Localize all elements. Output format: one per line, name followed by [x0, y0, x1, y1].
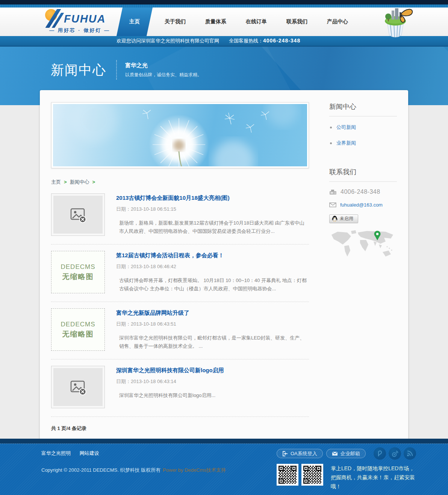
led-bulb-butterfly-graphic [377, 2, 414, 41]
site-footer: 富华之光照明 网站建设 Copyright © 2002-2011 DEDECM… [0, 439, 448, 495]
no-thumb-text: DEDECMS [61, 262, 95, 272]
dandelion-banner-frame [51, 102, 309, 168]
sina-weibo-icon[interactable] [389, 447, 401, 460]
nav-item-quality[interactable]: 质量体系 [195, 8, 236, 36]
nav-item-home[interactable]: 主页 [117, 8, 153, 36]
company-logo[interactable]: FUHUA — 用好芯 · 做好灯 — [41, 8, 118, 35]
news-date: 日期：2013-10-18 06:43:51 [116, 321, 309, 327]
nav-item-products[interactable]: 产品中心 [317, 8, 358, 36]
hero-brand: 富华之光 [125, 62, 202, 69]
pagination-info: 共 1 页/4 条记录 [51, 417, 309, 436]
copyright-text: Copyright © 2002-2011 DEDECMS. 织梦科技 版权所有 [41, 467, 160, 473]
dandelion-banner-image [53, 104, 307, 166]
contact-phone-number: 4006-248-348 [341, 189, 380, 195]
oa-login-label: OA系统登入 [291, 450, 317, 457]
breadcrumb: 主页>新闻中心> [51, 179, 309, 186]
powered-by-link[interactable]: Power by DedeCms技术支持 [163, 467, 226, 473]
news-summary: 深圳富华之光照明科技有限公司新logo启用... [116, 391, 224, 400]
breadcrumb-arrow-icon: > [64, 179, 67, 185]
news-list-item: 2013古镇灯博会全新面貌10月18盛大亮相(图) 日期：2013-10-18 … [51, 187, 309, 244]
news-title-link[interactable]: 深圳富华之光照明科技有限公司新logo启用 [116, 367, 224, 374]
news-thumbnail-broken[interactable] [51, 193, 105, 236]
page-title: 新闻中心 [51, 61, 106, 79]
footer-body: 富华之光照明 网站建设 Copyright © 2002-2011 DEDECM… [0, 444, 448, 495]
news-title-link[interactable]: 富华之光新版品牌网站升级了 [116, 309, 189, 317]
no-thumb-text: 无缩略图 [62, 329, 94, 340]
news-date: 日期：2013-10-18 06:46:42 [116, 263, 309, 270]
sidebar-item-company-news[interactable]: 公司新闻 [329, 119, 397, 135]
copyright: Copyright © 2002-2011 DEDECMS. 织梦科技 版权所有… [41, 467, 226, 474]
sidebar-item-industry-news[interactable]: 业界新闻 [329, 135, 397, 151]
news-thumbnail-placeholder[interactable]: DEDECMS 无缩略图 [51, 251, 105, 293]
qr-code [277, 464, 298, 486]
site-header: FUHUA — 用好芯 · 做好灯 — 主页 关于我们 质量体系 在线订单 联系… [0, 8, 448, 36]
no-thumb-text: DEDECMS [61, 320, 95, 329]
category-link[interactable]: 业界新闻 [336, 140, 356, 146]
hero-divider [116, 60, 117, 80]
news-column: 主页>新闻中心> 2013古镇灯博会全新面貌10月18盛大亮相(图) 日期：20… [51, 102, 309, 436]
news-thumbnail-placeholder[interactable]: DEDECMS 无缩略图 [51, 308, 105, 351]
hotline: 全国客服热线：4006-248-348 [229, 38, 300, 44]
enterprise-mail-label: 企业邮箱 [341, 450, 360, 457]
news-summary: 古镇灯博会即将开幕，灯都夜景璀灿。 10月18日 10：00~10：40 开幕典… [116, 276, 309, 293]
footer-link-company[interactable]: 富华之光照明 [41, 450, 71, 456]
nav-item-label: 主页 [129, 18, 140, 25]
news-list-item: 深圳富华之光照明科技有限公司新logo启用 日期：2013-10-18 06:4… [51, 359, 309, 417]
footer-promo-text: 掌上LED，随时随地掌控LED市场，把握商机，共赢未来！亲，赶紧安装哦！ [331, 464, 416, 491]
hotline-number: 4006-248-348 [263, 38, 300, 44]
world-map [329, 229, 397, 265]
news-date: 日期：2013-10-18 06:43:14 [116, 378, 224, 385]
tencent-weibo-icon[interactable] [374, 447, 386, 460]
sidebar: 新闻中心 公司新闻 业界新闻 联系我们 [329, 102, 397, 436]
main-area: 主页>新闻中心> 2013古镇灯博会全新面貌10月18盛大亮相(图) 日期：20… [0, 90, 448, 445]
rss-icon[interactable] [404, 447, 416, 460]
contact-phone-row: 4006-248-348 [329, 189, 397, 195]
footer-link-website[interactable]: 网站建设 [80, 450, 99, 456]
qq-penguin-icon [332, 216, 338, 222]
breadcrumb-current-link[interactable]: 新闻中心 [70, 179, 89, 185]
broken-image-icon [69, 206, 87, 224]
nav-item-order[interactable]: 在线订单 [236, 8, 277, 36]
no-thumb-text: 无缩略图 [62, 272, 94, 282]
footer-dark-strip [0, 439, 448, 444]
breadcrumb-home-link[interactable]: 主页 [51, 179, 61, 185]
main-nav: 主页 关于我们 质量体系 在线订单 联系我们 产品中心 [120, 8, 358, 36]
bullet-icon [330, 142, 332, 144]
qq-status-label: 未启用 [340, 216, 353, 222]
hotline-label: 全国客服热线： [229, 38, 263, 44]
email-icon [329, 202, 336, 207]
hero-slogan: 以质量创品牌，诚信务实、精益求精。 [125, 72, 202, 78]
breadcrumb-arrow-icon: > [92, 179, 95, 185]
phone-icon [329, 189, 337, 195]
sidebar-news-heading: 新闻中心 [329, 102, 397, 116]
mail-icon [332, 451, 338, 456]
oa-login-button[interactable]: OA系统登入 [277, 449, 323, 458]
news-title-link[interactable]: 2013古镇灯博会全新面貌10月18盛大亮相(图) [116, 195, 230, 202]
footer-links: 富华之光照明 网站建设 [41, 450, 226, 457]
qr-code [301, 464, 323, 486]
news-summary: 深圳市富华之光照明科技有限公司，毗邻灯都古镇，是一家集LED封装、研发、生产、销… [116, 334, 309, 350]
news-title-link[interactable]: 第12届古镇灯博会活动日程表，参会必看！ [116, 252, 224, 259]
broken-image-icon [69, 378, 87, 396]
logo-tagline: — 用好芯 · 做好灯 — [42, 27, 117, 34]
news-category-list: 公司新闻 业界新闻 [329, 119, 397, 151]
login-icon [282, 451, 288, 456]
news-date: 日期：2013-10-18 06:51:15 [116, 206, 309, 213]
content-card: 主页>新闻中心> 2013古镇灯博会全新面貌10月18盛大亮相(图) 日期：20… [40, 90, 408, 442]
logo-brand-text: FUHUA [64, 13, 106, 25]
sidebar-contact-heading: 联系我们 [329, 168, 397, 182]
qq-status-button[interactable]: 未启用 [329, 214, 358, 223]
social-icons [374, 447, 416, 460]
category-link[interactable]: 公司新闻 [336, 124, 356, 131]
news-list-item: DEDECMS 无缩略图 富华之光新版品牌网站升级了 日期：2013-10-18… [51, 302, 309, 359]
nav-item-contact[interactable]: 联系我们 [277, 8, 317, 36]
nav-item-about[interactable]: 关于我们 [155, 8, 195, 36]
enterprise-mail-button[interactable]: 企业邮箱 [326, 449, 366, 458]
bullet-icon [330, 127, 332, 128]
news-summary: 新场馆，新格局，新面貌,新发展第12届古镇灯博会于10月18日盛大亮相 由广东省… [116, 219, 309, 235]
news-list-item: DEDECMS 无缩略图 第12届古镇灯博会活动日程表，参会必看！ 日期：201… [51, 244, 309, 302]
news-thumbnail-broken[interactable] [51, 366, 105, 408]
contact-email-link[interactable]: fuhualed@163.com [340, 202, 383, 208]
welcome-text: 欢迎您访问深圳富华之光照明科技有限公司官网 [117, 38, 219, 44]
contact-email-row: fuhualed@163.com [329, 202, 397, 208]
